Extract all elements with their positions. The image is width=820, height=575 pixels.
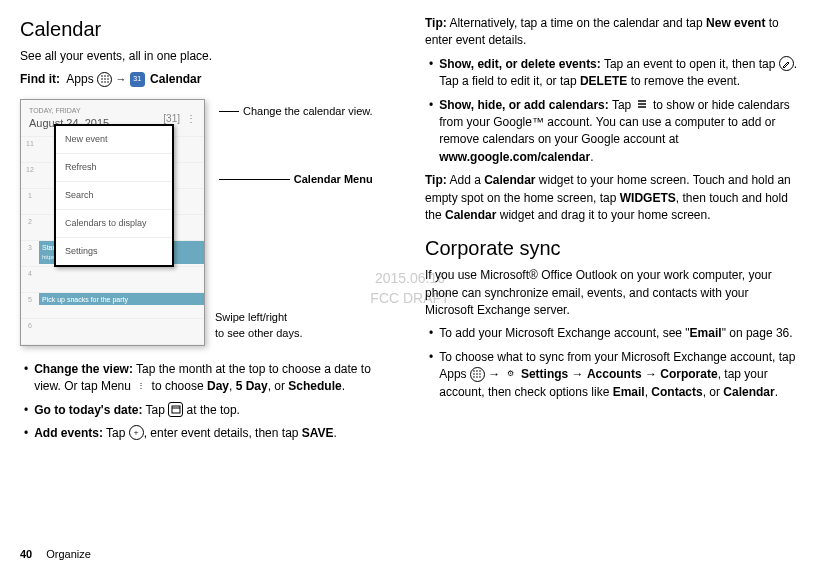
list-item: • Go to today's date: Tap at the top.	[20, 402, 395, 419]
svg-point-5	[107, 78, 109, 80]
list-item: • Show, hide, or add calendars: Tap to s…	[425, 97, 800, 167]
tip-paragraph: Tip: Alternatively, tap a time on the ca…	[425, 15, 800, 50]
hamburger-icon	[635, 97, 650, 112]
overflow-icon: ⋮	[186, 112, 196, 127]
edit-icon	[779, 56, 794, 71]
svg-point-21	[477, 376, 479, 378]
apps-icon	[97, 72, 112, 87]
svg-point-16	[480, 370, 482, 372]
today-icon	[168, 402, 183, 417]
menu-item: Calendars to display	[56, 210, 172, 238]
plus-icon: ＋	[129, 425, 144, 440]
annotation: Change the calendar view.	[243, 104, 373, 120]
list-item: • To choose what to sync from your Micro…	[425, 349, 800, 401]
svg-point-22	[480, 376, 482, 378]
svg-point-18	[477, 373, 479, 375]
svg-point-14	[474, 370, 476, 372]
settings-icon: ⚙	[504, 367, 518, 381]
annotation: to see other days.	[215, 326, 373, 342]
svg-point-7	[104, 81, 106, 83]
list-item: • Change the view: Tap the month at the …	[20, 361, 395, 396]
svg-rect-9	[172, 406, 180, 413]
menu-item: Search	[56, 182, 172, 210]
overflow-icon: ⋮	[134, 379, 148, 393]
calendar-app-icon: 31	[130, 72, 145, 87]
svg-point-20	[474, 376, 476, 378]
menu-item: Refresh	[56, 154, 172, 182]
calendar-event: Pick up snacks for the party	[39, 293, 204, 305]
annotation: Swipe left/right	[215, 310, 373, 326]
list-item: • Show, edit, or delete events: Tap an e…	[425, 56, 800, 91]
calendar-screenshot: TODAY, FRIDAY August 24, 2015 [31] ⋮ 11 …	[20, 99, 205, 346]
list-item: • Add events: Tap ＋, enter event details…	[20, 425, 395, 442]
context-menu: New event Refresh Search Calendars to di…	[54, 124, 174, 267]
svg-point-17	[474, 373, 476, 375]
page-title: Calendar	[20, 15, 395, 44]
svg-point-1	[104, 75, 106, 77]
list-item: • To add your Microsoft Exchange account…	[425, 325, 800, 342]
menu-item: Settings	[56, 238, 172, 265]
apps-icon	[470, 367, 485, 382]
find-it-line: Find it: Apps → 31 Calendar	[20, 71, 395, 88]
svg-point-4	[104, 78, 106, 80]
svg-point-0	[101, 75, 103, 77]
tip-paragraph: Tip: Add a Calendar widget to your home …	[425, 172, 800, 224]
svg-point-2	[107, 75, 109, 77]
body-text: If you use Microsoft® Office Outlook on …	[425, 267, 800, 319]
menu-item: New event	[56, 126, 172, 154]
svg-point-19	[480, 373, 482, 375]
page-footer: 40Organize	[20, 547, 91, 563]
svg-point-15	[477, 370, 479, 372]
svg-point-6	[101, 81, 103, 83]
section-heading: Corporate sync	[425, 234, 800, 263]
svg-point-3	[101, 78, 103, 80]
svg-point-8	[107, 81, 109, 83]
subtitle: See all your events, all in one place.	[20, 48, 395, 65]
annotation: Calendar Menu	[294, 172, 373, 188]
